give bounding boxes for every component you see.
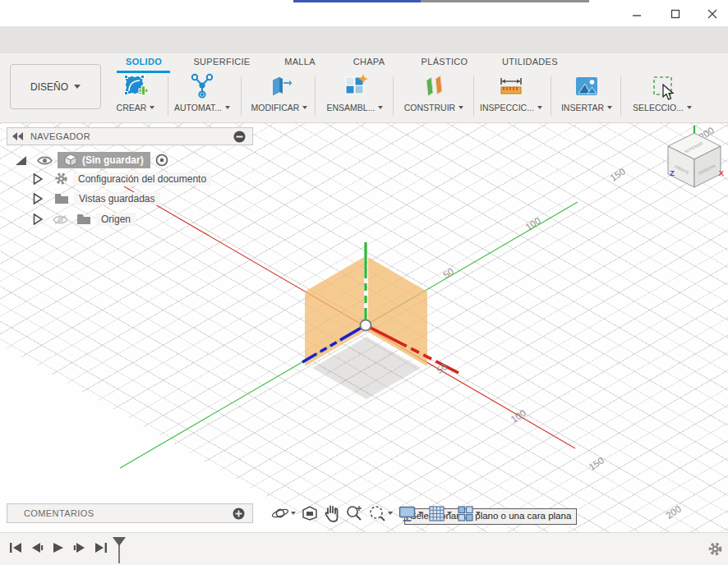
tab-plastico[interactable]: PLÁSTICO [421,57,468,70]
grid-label: 100 [509,407,528,425]
viewports-icon [457,505,474,522]
group-automat-label: AUTOMAT... [174,103,222,113]
grid-label: 150 [608,166,627,183]
ribbon-separator [393,76,394,116]
group-modificar[interactable]: MODIFICAR [245,73,314,113]
expand-closed-icon[interactable] [33,214,43,225]
document-node-selected[interactable]: (Sin guardar) [58,152,150,168]
component-cube-icon [64,154,77,167]
design-workspace-dropdown[interactable]: DISEÑO [10,64,101,109]
ribbon-separator [620,76,621,116]
comments-panel[interactable]: COMENTARIOS [7,503,253,523]
origin-label: Origen [96,213,136,226]
ribbon: SOLIDO SUPERFICIE MALLA CHAPA PLÁSTICO U… [0,53,728,123]
timeline-step-back-button[interactable] [30,540,44,556]
navigator-header[interactable]: NAVEGADOR [7,127,253,145]
timeline-settings-gear-icon[interactable] [707,541,723,557]
timeline-step-forward-button[interactable] [72,540,87,556]
ribbon-separator [473,76,474,116]
orbit-caret-icon[interactable] [291,512,296,515]
zoom-button[interactable] [345,504,363,522]
ensambl-caret-icon [378,106,383,109]
timeline-play-button[interactable] [51,540,66,556]
panel-minus-icon[interactable] [233,131,246,143]
pan-button[interactable] [324,504,340,522]
inspeccion-caret-icon [537,106,542,109]
group-insertar[interactable]: INSERTAR [552,73,621,113]
design-caret-icon [74,85,81,89]
look-at-button[interactable] [301,505,319,521]
navigator-item-saved-views[interactable]: Vistas guardadas [33,192,160,205]
visibility-off-eye-icon[interactable] [53,214,68,225]
grid-label: 150 [587,455,606,472]
expand-open-icon[interactable] [15,155,27,166]
expand-closed-icon[interactable] [33,173,43,185]
assemble-icon [342,73,368,99]
expand-closed-icon[interactable] [33,193,43,204]
zoom-window-icon [368,504,386,522]
tab-malla[interactable]: MALLA [279,57,320,70]
modify-icon [266,73,293,99]
close-window-button[interactable] [700,5,725,23]
display-settings-button[interactable] [398,505,423,522]
crear-caret-icon [150,106,154,109]
grid-icon [428,505,445,522]
group-crear[interactable]: CREAR [101,73,170,113]
view-cube[interactable]: SUPERIOR FRENTE DERECHA Z X [668,126,725,187]
tab-utilidades[interactable]: UTILIDADES [501,57,559,70]
timeline-skip-end-button[interactable] [94,540,108,556]
tab-solido[interactable]: SOLIDO [117,57,171,70]
fusion360-window: Sin título 1 [0,0,728,565]
group-construir[interactable]: CONSTRUIR [399,73,468,113]
origin-point[interactable] [361,320,371,331]
tab-chapa[interactable]: CHAPA [350,57,388,70]
viewports-caret-icon[interactable] [476,512,481,515]
document-node-label: (Sin guardar) [82,154,144,166]
application-bar: Sin título 1 [0,26,728,53]
step-back-icon [30,541,44,554]
automate-icon [189,73,215,99]
maximize-button[interactable] [663,5,688,23]
timeline-skip-start-button[interactable] [8,540,23,556]
timeline-bar [0,532,728,565]
collapse-panel-icon[interactable] [12,132,24,140]
navigator-title: NAVEGADOR [30,131,90,141]
fit-caret-icon[interactable] [388,512,393,515]
navigator-item-document-settings[interactable]: Configuración del documento [33,172,211,186]
grid-settings-button[interactable] [428,505,452,522]
timeline-position-marker[interactable] [110,535,128,565]
skip-start-icon [9,541,22,554]
activate-component-radio-icon[interactable] [155,154,168,167]
viewports-button[interactable] [457,505,481,522]
top-accent-strip [293,0,421,2]
create-sketch-icon [122,73,149,99]
display-caret-icon[interactable] [418,512,423,515]
minimize-icon [632,9,642,19]
ribbon-separator [241,76,242,116]
grid-labels-se: 50 100 150 200 [435,361,683,521]
group-ensambl[interactable]: ENSAMBL... [320,73,389,113]
group-inspeccion[interactable]: INSPECCIC... [477,73,546,113]
comments-label: COMENTARIOS [24,508,94,518]
design-workspace-label: DISEÑO [30,81,68,93]
group-automat[interactable]: AUTOMAT... [168,73,237,113]
navigator-item-origin[interactable]: Origen [33,213,136,226]
grid-caret-icon[interactable] [447,512,452,515]
view-toolbar [271,503,481,524]
visibility-eye-icon[interactable] [37,155,53,166]
orbit-button[interactable] [271,504,296,522]
group-modificar-label: MODIFICAR [251,103,300,113]
group-ensambl-label: ENSAMBL... [327,103,376,113]
navigator-root-row[interactable]: (Sin guardar) [15,152,168,168]
minimize-button[interactable] [624,5,649,23]
group-construir-label: CONSTRUIR [404,103,455,113]
seleccionar-caret-icon [687,106,692,109]
top-gray-strip [421,0,589,2]
pan-hand-icon [324,504,340,522]
add-comment-plus-icon[interactable] [233,508,245,520]
tab-superficie[interactable]: SUPERFICIE [192,57,251,70]
maximize-icon [670,9,680,19]
fit-view-button[interactable] [368,504,393,522]
skip-end-icon [94,541,108,554]
mouse-cursor [662,84,675,101]
